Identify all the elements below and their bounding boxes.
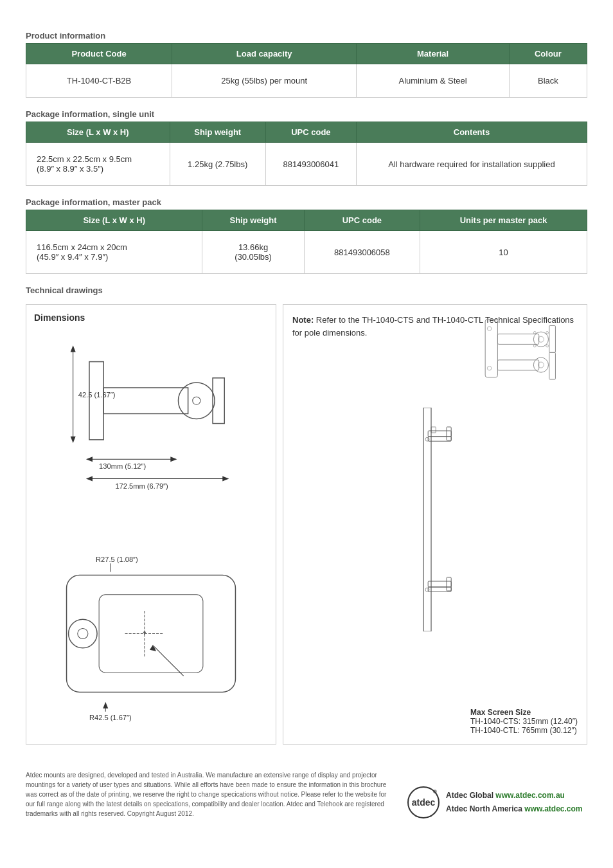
global-brand: Atdec Global www.atdec.com.au [446, 789, 583, 802]
atdec-circle: atdec ® [407, 786, 440, 818]
svg-marker-10 [86, 457, 93, 462]
top-dimension-svg: 42.5 (1.67″) 130mm (5.12″) [34, 329, 268, 538]
col-material: Material [357, 44, 510, 64]
svg-marker-1 [71, 345, 76, 352]
svg-rect-19 [67, 575, 236, 692]
weight-cell: 1.25kg (2.75lbs) [170, 143, 265, 186]
footer-brand: atdec ® Atdec Global www.atdec.com.au At… [407, 786, 587, 818]
svg-point-38 [533, 345, 536, 347]
svg-point-34 [533, 332, 548, 347]
material-cell: Aluminium & Steel [357, 64, 510, 98]
svg-point-39 [546, 345, 549, 347]
na-url: www.atdec.com [524, 804, 582, 813]
size-master-cell: 116.5cm x 24cm x 20cm(45.9″ x 9.4″ x 7.9… [26, 231, 202, 274]
svg-text:42.5 (1.67″): 42.5 (1.67″) [78, 391, 116, 399]
table-row: 22.5cm x 22.5cm x 9.5cm(8.9″ x 8.9″ x 3.… [26, 143, 587, 186]
table-row: 116.5cm x 24cm x 20cm(45.9″ x 9.4″ x 7.9… [26, 231, 587, 274]
logo-text: atdec [412, 797, 436, 808]
svg-rect-48 [428, 431, 451, 437]
max-screen-size: Max Screen Size TH-1040-CTS: 315mm (12.4… [470, 708, 578, 735]
max-screen-title: Max Screen Size [470, 708, 578, 717]
units-cell: 10 [420, 231, 587, 274]
na-brand: Atdec North America www.atdec.com [446, 802, 583, 815]
upc-cell: 881493006041 [265, 143, 356, 186]
svg-marker-15 [222, 476, 229, 482]
size-cell: 22.5cm x 22.5cm x 9.5cm(8.9″ x 8.9″ x 3.… [26, 143, 170, 186]
svg-point-41 [487, 327, 491, 330]
col-upc: UPC code [265, 122, 356, 143]
note-box: Note: Refer to the TH-1040-CTS and TH-10… [283, 304, 587, 745]
contents-cell: All hardware required for installation s… [356, 143, 587, 186]
svg-text:172.5mm (6.79″): 172.5mm (6.79″) [115, 482, 168, 490]
pole-svg [396, 408, 474, 631]
bottom-dimension-svg: R27.5 (1.08″) R42. [34, 546, 268, 734]
svg-rect-40 [549, 325, 556, 352]
footer: Atdec mounts are designed, developed and… [26, 764, 587, 818]
atdec-logo: atdec ® [407, 786, 440, 818]
svg-point-56 [425, 588, 429, 592]
svg-rect-45 [497, 360, 538, 370]
col-contents: Contents [356, 122, 587, 143]
svg-marker-14 [86, 476, 93, 482]
render-svg [465, 311, 580, 394]
colour-cell: Black [509, 64, 587, 98]
col-size: Size (L x W x H) [26, 122, 170, 143]
col-ship-weight: Ship weight [170, 122, 265, 143]
svg-rect-49 [447, 427, 451, 440]
col-load-capacity: Load capacity [172, 44, 357, 64]
na-label: Atdec North America [446, 804, 522, 813]
upc-master-cell: 881493006058 [304, 231, 420, 274]
page-container: Product information Product Code Load ca… [0, 0, 613, 831]
svg-point-42 [487, 366, 491, 370]
package-single-table: Size (L x W x H) Ship weight UPC code Co… [26, 122, 587, 186]
svg-point-21 [69, 619, 97, 647]
svg-marker-31 [103, 701, 108, 708]
col-product-code: Product Code [26, 44, 172, 64]
svg-text:130mm (5.12″): 130mm (5.12″) [99, 462, 146, 470]
dimensions-title: Dimensions [34, 312, 268, 323]
product-code-cell: TH-1040-CT-B2B [26, 64, 172, 98]
svg-point-22 [78, 628, 88, 638]
package-master-table: Size (L x W x H) Ship weight UPC code Un… [26, 210, 587, 274]
svg-rect-54 [447, 577, 451, 591]
table-row: TH-1040-CT-B2B 25kg (55lbs) per mount Al… [26, 64, 587, 98]
svg-rect-50 [431, 427, 436, 433]
footer-text: Atdec mounts are designed, developed and… [26, 770, 395, 818]
svg-point-36 [533, 331, 536, 334]
max-cts: TH-1040-CTS: 315mm (12.40″) [470, 717, 578, 726]
svg-marker-2 [71, 437, 76, 443]
svg-point-52 [425, 437, 429, 441]
product-info-heading: Product information [26, 31, 587, 41]
dimensions-box: Dimensions 42.5 (1.67″) [26, 304, 276, 745]
col-units: Units per master pack [420, 210, 587, 231]
weight-master-cell: 13.66kg(30.05lbs) [202, 231, 304, 274]
svg-rect-4 [89, 362, 103, 440]
col-colour: Colour [509, 44, 587, 64]
drawings-row: Dimensions 42.5 (1.67″) [26, 304, 587, 745]
package-single-heading: Package information, single unit [26, 109, 587, 119]
svg-rect-46 [549, 352, 556, 379]
product-info-table: Product Code Load capacity Material Colo… [26, 43, 587, 98]
svg-point-6 [178, 383, 215, 419]
svg-text:R27.5 (1.08″): R27.5 (1.08″) [96, 556, 138, 563]
col-ship-weight-master: Ship weight [202, 210, 304, 231]
max-ctl: TH-1040-CTL: 765mm (30.12″) [470, 726, 578, 735]
svg-text:R42.5 (1.67″): R42.5 (1.67″) [89, 714, 132, 721]
col-upc-master: UPC code [304, 210, 420, 231]
svg-point-37 [546, 331, 549, 334]
technical-drawings-heading: Technical drawings [26, 285, 587, 295]
load-capacity-cell: 25kg (55lbs) per mount [172, 64, 357, 98]
package-master-heading: Package information, master pack [26, 197, 587, 207]
global-label: Atdec Global [446, 791, 493, 800]
svg-rect-33 [497, 334, 538, 344]
registered-mark: ® [433, 789, 437, 795]
svg-line-27 [154, 646, 183, 675]
brand-links: Atdec Global www.atdec.com.au Atdec Nort… [446, 789, 583, 815]
global-url: www.atdec.com.au [495, 791, 565, 800]
col-size-master: Size (L x W x H) [26, 210, 202, 231]
note-bold: Note: [292, 315, 314, 325]
svg-rect-53 [428, 581, 451, 587]
svg-point-7 [193, 397, 200, 404]
svg-marker-11 [170, 457, 177, 462]
svg-rect-5 [103, 388, 188, 413]
